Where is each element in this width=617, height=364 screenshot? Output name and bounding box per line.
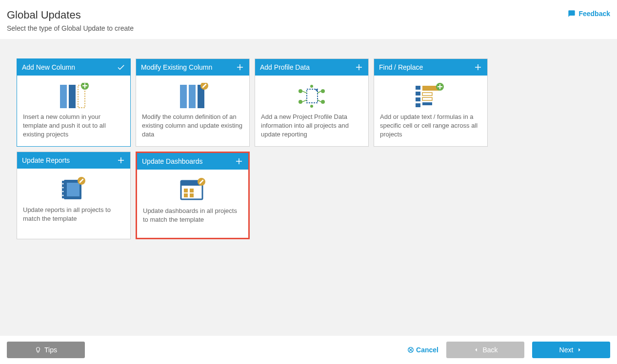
svg-point-12 bbox=[321, 100, 325, 104]
feedback-label: Feedback bbox=[578, 10, 610, 18]
card-title: Update Reports bbox=[22, 156, 70, 164]
card-title: Update Dashboards bbox=[142, 157, 203, 165]
cancel-icon bbox=[407, 346, 414, 353]
svg-rect-8 bbox=[307, 89, 318, 103]
card-title: Add Profile Data bbox=[260, 63, 310, 71]
svg-point-10 bbox=[299, 100, 302, 104]
svg-point-30 bbox=[62, 194, 64, 196]
svg-rect-5 bbox=[189, 85, 196, 108]
card-desc: Update reports in all projects to match … bbox=[23, 206, 124, 223]
cancel-button[interactable]: Cancel bbox=[407, 346, 438, 354]
card-title: Add New Column bbox=[22, 63, 75, 71]
card-add-profile-data[interactable]: Add Profile Data bbox=[255, 58, 369, 147]
check-icon bbox=[117, 63, 125, 72]
card-desc: Modify the column definition of an exist… bbox=[142, 113, 243, 139]
svg-rect-25 bbox=[67, 183, 80, 196]
tips-button[interactable]: Tips bbox=[7, 342, 85, 358]
svg-rect-1 bbox=[69, 85, 76, 108]
svg-rect-18 bbox=[416, 103, 420, 107]
svg-point-14 bbox=[310, 85, 313, 88]
back-label: Back bbox=[482, 346, 498, 354]
svg-rect-0 bbox=[60, 85, 67, 108]
svg-rect-21 bbox=[422, 97, 432, 100]
lightbulb-icon bbox=[35, 346, 41, 353]
svg-rect-17 bbox=[416, 97, 420, 101]
update-reports-icon bbox=[23, 173, 124, 206]
plus-icon bbox=[236, 63, 244, 72]
add-column-icon bbox=[23, 80, 124, 113]
plus-icon bbox=[235, 157, 243, 166]
card-title: Find / Replace bbox=[379, 63, 423, 71]
chevron-left-icon bbox=[473, 346, 479, 353]
page-subtitle: Select the type of Global Update to crea… bbox=[7, 24, 134, 32]
svg-point-29 bbox=[62, 191, 64, 192]
card-update-reports[interactable]: Update Reports bbox=[17, 152, 131, 239]
find-replace-icon bbox=[380, 80, 481, 113]
comment-icon bbox=[568, 10, 576, 18]
update-dashboards-icon bbox=[143, 174, 242, 207]
plus-icon bbox=[474, 63, 482, 72]
svg-rect-34 bbox=[184, 189, 188, 192]
svg-point-13 bbox=[310, 105, 313, 108]
card-add-new-column[interactable]: Add New Column Insert a new column in yo… bbox=[17, 58, 131, 147]
modify-column-icon bbox=[142, 80, 243, 113]
svg-rect-35 bbox=[184, 193, 188, 197]
chevron-right-icon bbox=[576, 346, 583, 353]
svg-rect-37 bbox=[190, 193, 194, 197]
card-find-replace[interactable]: Find / Replace bbox=[374, 58, 488, 147]
svg-point-27 bbox=[62, 183, 64, 184]
svg-rect-22 bbox=[422, 102, 432, 105]
next-label: Next bbox=[559, 346, 574, 354]
svg-rect-4 bbox=[180, 85, 187, 108]
card-title: Modify Existing Column bbox=[141, 63, 212, 71]
feedback-link[interactable]: Feedback bbox=[568, 10, 610, 18]
svg-rect-16 bbox=[416, 92, 420, 96]
profile-data-icon bbox=[261, 80, 362, 113]
svg-point-11 bbox=[321, 89, 325, 93]
next-button[interactable]: Next bbox=[532, 342, 610, 358]
card-desc: Add a new Project Profile Data informati… bbox=[261, 113, 362, 139]
card-desc: Update dashboards in all projects to mat… bbox=[143, 207, 242, 224]
plus-icon bbox=[355, 63, 363, 72]
plus-icon bbox=[117, 156, 125, 165]
svg-rect-15 bbox=[416, 86, 420, 90]
tips-label: Tips bbox=[44, 346, 57, 354]
card-desc: Add or update text / formulas in a speci… bbox=[380, 113, 481, 139]
content-area: Add New Column Insert a new column in yo… bbox=[0, 39, 617, 336]
page-title: Global Updates bbox=[7, 9, 134, 21]
svg-point-28 bbox=[62, 187, 64, 188]
svg-rect-36 bbox=[190, 189, 194, 192]
card-desc: Insert a new column in your template and… bbox=[23, 113, 124, 139]
card-update-dashboards[interactable]: Update Dashboards Update bbox=[136, 152, 250, 239]
card-modify-existing-column[interactable]: Modify Existing Column Modify the column… bbox=[136, 58, 250, 147]
svg-point-9 bbox=[299, 89, 302, 93]
cancel-label: Cancel bbox=[416, 346, 438, 354]
back-button[interactable]: Back bbox=[446, 342, 524, 358]
svg-rect-20 bbox=[422, 93, 432, 96]
